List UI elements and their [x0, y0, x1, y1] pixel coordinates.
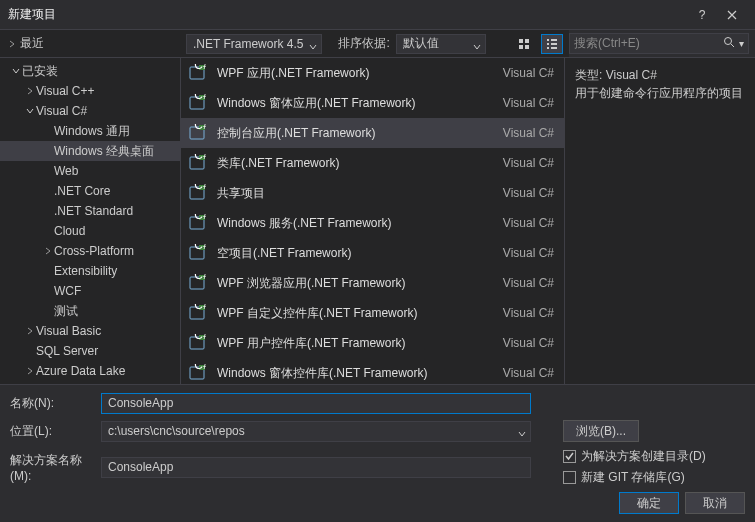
svg-point-10 [725, 38, 732, 45]
template-lang: Visual C# [503, 276, 554, 290]
name-input[interactable]: ConsoleApp [101, 393, 531, 414]
template-lang: Visual C# [503, 66, 554, 80]
template-icon: C# [187, 183, 207, 203]
template-item[interactable]: C#WPF 应用(.NET Framework)Visual C# [181, 58, 564, 88]
template-lang: Visual C# [503, 186, 554, 200]
recent-header[interactable]: 最近 [0, 30, 180, 57]
template-lang: Visual C# [503, 126, 554, 140]
svg-text:C#: C# [194, 364, 206, 372]
detail-panel: 类型: Visual C# 用于创建命令行应用程序的项目 [565, 58, 755, 384]
template-name: 共享项目 [217, 185, 493, 202]
svg-text:C#: C# [194, 124, 206, 132]
git-repo-checkbox[interactable] [563, 471, 576, 484]
tree-node[interactable]: Azure Data Lake [0, 361, 180, 381]
tree-node[interactable]: WCF [0, 281, 180, 301]
titlebar: 新建项目 ? [0, 0, 755, 30]
template-name: WPF 应用(.NET Framework) [217, 65, 493, 82]
template-item[interactable]: C#WPF 浏览器应用(.NET Framework)Visual C# [181, 268, 564, 298]
tree-node[interactable]: 测试 [0, 301, 180, 321]
template-item[interactable]: C#Windows 窗体控件库(.NET Framework)Visual C# [181, 358, 564, 384]
template-lang: Visual C# [503, 366, 554, 380]
template-list: C#WPF 应用(.NET Framework)Visual C#C#Windo… [180, 58, 565, 384]
template-item[interactable]: C#共享项目Visual C# [181, 178, 564, 208]
svg-text:C#: C# [194, 184, 206, 192]
recent-label: 最近 [20, 35, 44, 52]
template-item[interactable]: C#Windows 窗体应用(.NET Framework)Visual C# [181, 88, 564, 118]
view-list-icon[interactable] [541, 34, 563, 54]
tree-node[interactable]: Cross-Platform [0, 241, 180, 261]
tree-node[interactable]: Cloud [0, 221, 180, 241]
template-lang: Visual C# [503, 246, 554, 260]
template-icon: C# [187, 93, 207, 113]
template-name: Windows 服务(.NET Framework) [217, 215, 493, 232]
location-input[interactable]: c:\users\cnc\source\repos [101, 421, 531, 442]
tree-node[interactable]: Web [0, 161, 180, 181]
template-icon: C# [187, 273, 207, 293]
template-icon: C# [187, 63, 207, 83]
search-dropdown-icon[interactable]: ▾ [739, 38, 744, 49]
browse-button[interactable]: 浏览(B)... [563, 420, 639, 442]
svg-rect-6 [547, 43, 549, 45]
installed-header[interactable]: 已安装 [0, 61, 180, 81]
sort-combo[interactable]: 默认值 [396, 34, 486, 54]
chevron-down-icon [518, 427, 526, 441]
solution-name-input[interactable]: ConsoleApp [101, 457, 531, 478]
template-item[interactable]: C#类库(.NET Framework)Visual C# [181, 148, 564, 178]
template-item[interactable]: C#空项目(.NET Framework)Visual C# [181, 238, 564, 268]
svg-text:C#: C# [194, 94, 206, 102]
sort-label: 排序依据: [338, 35, 389, 52]
tree-node[interactable]: Windows 通用 [0, 121, 180, 141]
tree-node[interactable]: Visual Basic [0, 321, 180, 341]
svg-rect-9 [551, 47, 557, 49]
template-icon: C# [187, 243, 207, 263]
template-item[interactable]: C#WPF 用户控件库(.NET Framework)Visual C# [181, 328, 564, 358]
template-icon: C# [187, 123, 207, 143]
template-description: 用于创建命令行应用程序的项目 [575, 84, 745, 102]
toolbar: 最近 .NET Framework 4.5 排序依据: 默认值 搜索(Ctrl+… [0, 30, 755, 58]
ok-button[interactable]: 确定 [619, 492, 679, 514]
help-button[interactable]: ? [687, 2, 717, 28]
svg-text:C#: C# [194, 214, 206, 222]
close-button[interactable] [717, 2, 747, 28]
tree-node[interactable]: .NET Standard [0, 201, 180, 221]
svg-rect-2 [519, 45, 523, 49]
template-lang: Visual C# [503, 216, 554, 230]
template-lang: Visual C# [503, 156, 554, 170]
svg-rect-3 [525, 45, 529, 49]
template-name: WPF 用户控件库(.NET Framework) [217, 335, 493, 352]
view-tiles-icon[interactable] [513, 34, 535, 54]
svg-rect-5 [551, 39, 557, 41]
framework-combo[interactable]: .NET Framework 4.5 [186, 34, 322, 54]
template-item[interactable]: C#控制台应用(.NET Framework)Visual C# [181, 118, 564, 148]
svg-rect-7 [551, 43, 557, 45]
location-label: 位置(L): [10, 423, 95, 440]
svg-text:C#: C# [194, 334, 206, 342]
tree-node[interactable]: .NET Core [0, 181, 180, 201]
template-name: Windows 窗体控件库(.NET Framework) [217, 365, 493, 382]
create-dir-checkbox[interactable] [563, 450, 576, 463]
tree-node[interactable]: Windows 经典桌面 [0, 141, 180, 161]
tree-node[interactable]: Visual C++ [0, 81, 180, 101]
tree-node[interactable]: Visual C# [0, 101, 180, 121]
svg-rect-1 [525, 39, 529, 43]
template-item[interactable]: C#WPF 自定义控件库(.NET Framework)Visual C# [181, 298, 564, 328]
template-name: 空项目(.NET Framework) [217, 245, 493, 262]
bottom-panel: 名称(N): ConsoleApp 位置(L): c:\users\cnc\so… [0, 384, 755, 522]
search-icon [723, 36, 735, 51]
template-icon: C# [187, 333, 207, 353]
search-input[interactable]: 搜索(Ctrl+E) ▾ [569, 33, 749, 54]
tree-node[interactable]: Extensibility [0, 261, 180, 281]
template-item[interactable]: C#Windows 服务(.NET Framework)Visual C# [181, 208, 564, 238]
template-lang: Visual C# [503, 96, 554, 110]
template-name: 控制台应用(.NET Framework) [217, 125, 493, 142]
svg-text:C#: C# [194, 154, 206, 162]
dialog-title: 新建项目 [8, 6, 687, 23]
svg-text:C#: C# [194, 244, 206, 252]
template-name: WPF 自定义控件库(.NET Framework) [217, 305, 493, 322]
svg-text:C#: C# [194, 304, 206, 312]
template-icon: C# [187, 303, 207, 323]
tree-node[interactable]: SQL Server [0, 341, 180, 361]
cancel-button[interactable]: 取消 [685, 492, 745, 514]
category-tree: 已安装 Visual C++Visual C#Windows 通用Windows… [0, 58, 180, 384]
svg-rect-4 [547, 39, 549, 41]
